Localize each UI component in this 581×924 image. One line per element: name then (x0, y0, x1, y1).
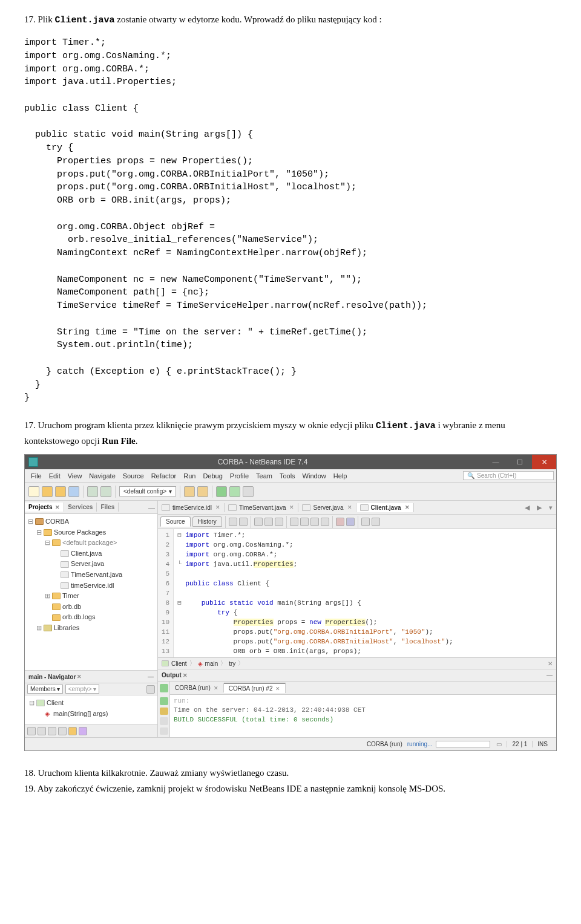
tree-node[interactable]: Source Packages (54, 527, 106, 538)
tab-list-icon[interactable]: ▾ (545, 504, 556, 512)
nav-options-icon[interactable] (146, 685, 155, 694)
debug-icon[interactable] (229, 486, 240, 497)
profile-icon[interactable] (243, 486, 254, 497)
filter-icon[interactable] (38, 727, 46, 735)
config-selector[interactable]: <default config>▾ (119, 486, 176, 496)
close-icon[interactable]: ✕ (55, 504, 60, 510)
output-tab-2[interactable]: CORBA (run) #2 ✕ (224, 683, 286, 693)
output-option-icon[interactable] (160, 717, 168, 725)
menu-edit[interactable]: Edit (45, 472, 64, 480)
tree-node[interactable]: Client.java (71, 548, 102, 559)
tree-node[interactable]: Timer (62, 591, 79, 602)
tree-node[interactable]: main(String[] args) (53, 709, 108, 720)
close-button[interactable]: ✕ (532, 455, 556, 469)
editor-toolbar-icon[interactable] (239, 518, 248, 526)
output-text[interactable]: run: Time on the server: 04-12-2013, 22:… (170, 695, 556, 737)
minimize-panel-icon[interactable]: — (146, 504, 157, 511)
close-icon[interactable]: ✕ (183, 672, 188, 678)
tree-node[interactable]: <default package> (62, 538, 117, 548)
menu-window[interactable]: Window (299, 472, 330, 480)
expander-icon[interactable]: ⊞ (36, 623, 42, 634)
minimize-button[interactable]: — (484, 455, 508, 469)
search-input[interactable]: 🔍 Search (Ctrl+I) (463, 471, 554, 480)
close-icon[interactable]: ✕ (77, 674, 82, 680)
menu-profile[interactable]: Profile (226, 472, 252, 480)
notifications-icon[interactable]: ▭ (496, 741, 502, 747)
save-all-icon[interactable] (68, 486, 79, 497)
output-option-icon[interactable] (160, 727, 168, 735)
tree-node[interactable]: CORBA (45, 516, 69, 527)
tree-node[interactable]: TimeServant.java (71, 570, 122, 581)
close-icon[interactable]: ✕ (289, 504, 294, 510)
tab-files[interactable]: Files (97, 503, 119, 512)
expander-icon[interactable]: ⊟ (27, 516, 33, 527)
tab-services[interactable]: Services (64, 503, 97, 512)
editor-toolbar-icon[interactable] (264, 518, 273, 526)
editor-toolbar-icon[interactable] (254, 518, 263, 526)
close-icon[interactable]: ✕ (548, 660, 553, 667)
tree-node[interactable]: Server.java (71, 559, 104, 570)
menu-refactor[interactable]: Refactor (148, 472, 180, 480)
tab-client[interactable]: Client.java✕ (356, 503, 414, 512)
filter-icon[interactable] (79, 727, 87, 735)
stop-icon[interactable] (160, 708, 168, 715)
tab-scroll-left-icon[interactable]: ◀ (521, 504, 533, 512)
editor-toolbar-icon[interactable] (372, 518, 380, 526)
code-content[interactable]: ⊟ import import Timer.*;Timer.*; import … (174, 529, 556, 657)
filter-icon[interactable] (58, 727, 67, 735)
menu-navigate[interactable]: Navigate (85, 472, 119, 480)
tree-node[interactable]: timeService.idl (71, 581, 114, 591)
editor-toolbar-icon[interactable] (346, 518, 355, 526)
editor-toolbar-icon[interactable] (336, 518, 344, 526)
tab-projects[interactable]: Projects ✕ (25, 503, 64, 512)
menu-run[interactable]: Run (180, 472, 199, 480)
nav-filter-selector[interactable]: <empty> ▾ (65, 685, 99, 694)
close-icon[interactable]: ✕ (275, 686, 280, 692)
tree-node[interactable]: Libraries (54, 623, 79, 634)
menu-file[interactable]: File (27, 472, 45, 480)
undo-icon[interactable] (87, 486, 98, 497)
subtab-source[interactable]: Source (160, 516, 191, 527)
menu-tools[interactable]: Tools (276, 472, 299, 480)
rerun-icon[interactable] (160, 697, 168, 705)
editor-toolbar-icon[interactable] (290, 518, 298, 526)
close-icon[interactable]: ✕ (215, 504, 220, 510)
breadcrumb-item[interactable]: try (229, 660, 235, 667)
expander-icon[interactable]: ⊟ (28, 698, 34, 709)
tree-node[interactable]: Client (47, 698, 64, 709)
minimize-panel-icon[interactable]: — (547, 672, 553, 678)
editor-toolbar-icon[interactable] (275, 518, 283, 526)
filter-icon[interactable] (27, 727, 36, 735)
menu-source[interactable]: Source (119, 472, 148, 480)
clean-build-icon[interactable] (197, 486, 208, 497)
new-project-icon[interactable] (42, 486, 53, 497)
editor-toolbar-icon[interactable] (300, 518, 309, 526)
run-icon[interactable] (216, 486, 227, 497)
redo-icon[interactable] (100, 486, 111, 497)
expander-icon[interactable]: ⊟ (36, 527, 42, 538)
tab-scroll-right-icon[interactable]: ▶ (533, 504, 545, 512)
code-editor[interactable]: 1234567 8910111213 ⊟ import import Timer… (158, 529, 556, 657)
tab-server[interactable]: Server.java✕ (298, 503, 356, 512)
tab-timeservice[interactable]: timeService.idl✕ (158, 503, 225, 512)
menu-view[interactable]: View (64, 472, 86, 480)
menu-debug[interactable]: Debug (199, 472, 226, 480)
editor-toolbar-icon[interactable] (321, 518, 329, 526)
new-file-icon[interactable] (28, 486, 39, 497)
close-icon[interactable]: ✕ (347, 504, 352, 510)
minimize-panel-icon[interactable]: — (148, 674, 154, 680)
expander-icon[interactable]: ⊟ (44, 538, 50, 548)
tree-node[interactable]: orb.db.logs (62, 612, 95, 623)
output-tab-1[interactable]: CORBA (run) ✕ (170, 683, 224, 692)
menu-help[interactable]: Help (330, 472, 351, 480)
maximize-button[interactable]: ☐ (508, 455, 532, 469)
close-icon[interactable]: ✕ (214, 685, 218, 691)
editor-toolbar-icon[interactable] (361, 518, 370, 526)
close-icon[interactable]: ✕ (405, 504, 410, 510)
subtab-history[interactable]: History (192, 516, 222, 527)
tab-timeservant[interactable]: TimeServant.java✕ (225, 503, 298, 512)
nav-view-selector[interactable]: Members ▾ (27, 685, 63, 694)
open-icon[interactable] (55, 486, 66, 497)
breadcrumb-item[interactable]: Client (171, 660, 187, 667)
expander-icon[interactable]: ⊞ (44, 591, 50, 602)
